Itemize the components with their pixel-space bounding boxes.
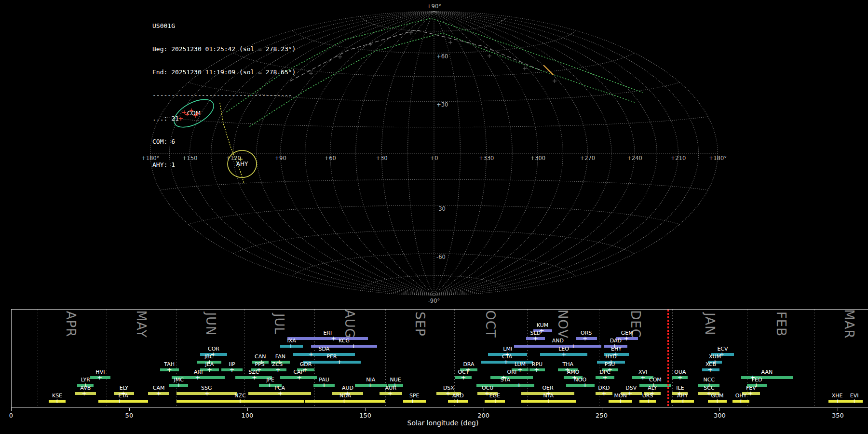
- current-sol-line: [667, 310, 669, 407]
- shower-bar: [98, 400, 148, 403]
- peak-marker: +: [715, 398, 720, 404]
- peak-marker: +: [835, 398, 841, 404]
- peak-marker: +: [461, 374, 466, 380]
- peak-marker: +: [678, 374, 683, 380]
- peak-marker: +: [680, 398, 686, 404]
- peak-marker: +: [624, 335, 629, 341]
- peak-marker: +: [331, 335, 336, 341]
- peak-marker: +: [351, 343, 356, 350]
- month-gridline: [814, 310, 814, 407]
- shower-label: STA: [501, 377, 510, 383]
- peak-marker: +: [337, 359, 342, 365]
- peak-marker: +: [207, 366, 212, 373]
- peak-marker: +: [583, 382, 588, 389]
- shower-bar: [741, 376, 793, 379]
- peak-marker: +: [738, 398, 744, 404]
- x-axis-title: Solar longitude (deg): [11, 419, 868, 427]
- peak-marker: +: [288, 343, 293, 350]
- peak-marker: +: [176, 382, 181, 389]
- peak-marker: +: [278, 390, 283, 396]
- peak-marker: +: [516, 382, 522, 389]
- peak-marker: +: [267, 382, 272, 389]
- shower-label: ORI: [507, 369, 517, 375]
- activity-timeline: Solar longitude (deg) APRMAYJUNJULAUGSEP…: [0, 0, 868, 434]
- x-tick-label: 250: [596, 412, 608, 419]
- meteor-radiant-screen: COMAHY+180°+150+120+90+60+30+0+330+300+2…: [0, 0, 868, 434]
- peak-marker: +: [493, 398, 498, 404]
- peak-marker: +: [297, 374, 302, 380]
- peak-marker: +: [583, 335, 588, 341]
- peak-marker: +: [533, 335, 538, 341]
- shower-bar: [293, 353, 354, 356]
- peak-marker: +: [546, 398, 551, 404]
- month-gridline: [38, 310, 38, 407]
- peak-marker: +: [534, 366, 539, 373]
- peak-marker: +: [388, 390, 393, 396]
- x-tick-label: 150: [359, 412, 371, 419]
- peak-marker: +: [322, 382, 327, 389]
- peak-marker: +: [81, 390, 87, 396]
- x-tick: [247, 408, 248, 411]
- peak-marker: +: [570, 343, 576, 350]
- peak-marker: +: [156, 390, 162, 396]
- shower-label: SDA: [319, 346, 330, 352]
- shower-label: AAN: [761, 369, 773, 375]
- peak-marker: +: [707, 366, 713, 373]
- peak-marker: +: [627, 390, 633, 396]
- peak-marker: +: [238, 398, 243, 404]
- x-tick: [366, 408, 366, 411]
- peak-marker: +: [117, 398, 122, 404]
- peak-marker: +: [852, 398, 857, 404]
- shower-label: PER: [326, 354, 337, 360]
- peak-marker: +: [97, 374, 102, 380]
- peak-marker: +: [748, 390, 753, 396]
- shower-bar: [514, 345, 601, 348]
- peak-marker: +: [195, 374, 200, 380]
- peak-marker: +: [367, 382, 373, 389]
- peak-marker: +: [230, 366, 235, 373]
- peak-marker: +: [517, 366, 523, 373]
- peak-marker: +: [618, 398, 623, 404]
- shower-bar: [566, 384, 595, 387]
- peak-marker: +: [446, 390, 451, 396]
- peak-marker: +: [252, 374, 257, 380]
- x-tick: [11, 408, 12, 411]
- x-tick: [484, 408, 484, 411]
- x-tick: [129, 408, 130, 411]
- peak-marker: +: [204, 390, 210, 396]
- x-tick-label: 50: [125, 412, 134, 419]
- shower-bar: [287, 337, 368, 340]
- peak-marker: +: [503, 359, 509, 365]
- peak-marker: +: [601, 390, 607, 396]
- x-tick-label: 300: [714, 412, 726, 419]
- peak-marker: +: [455, 398, 460, 404]
- peak-marker: +: [167, 366, 172, 373]
- shower-label: AND: [552, 338, 564, 344]
- peak-marker: +: [341, 398, 347, 404]
- peak-marker: +: [561, 351, 567, 357]
- shower-label: KCG: [339, 338, 350, 344]
- x-tick: [602, 408, 602, 411]
- x-tick-label: 0: [9, 412, 13, 419]
- peak-marker: +: [602, 374, 608, 380]
- peak-marker: +: [275, 366, 281, 373]
- x-tick-label: 350: [832, 412, 844, 419]
- peak-marker: +: [410, 398, 415, 404]
- x-tick: [719, 408, 720, 411]
- peak-marker: +: [646, 398, 651, 404]
- peak-marker: +: [640, 374, 646, 380]
- x-tick: [838, 408, 838, 411]
- month-gridline: [314, 310, 315, 407]
- peak-marker: +: [309, 351, 314, 357]
- x-tick-label: 200: [477, 412, 489, 419]
- shower-bar: [490, 376, 533, 379]
- x-tick-label: 100: [241, 412, 253, 419]
- peak-marker: +: [54, 398, 60, 404]
- month-gridline: [107, 310, 107, 407]
